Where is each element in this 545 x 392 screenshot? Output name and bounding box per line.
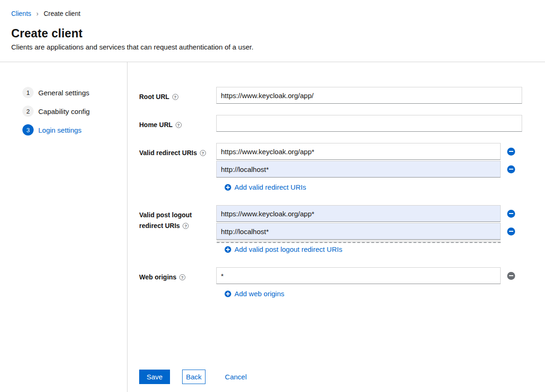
remove-redirect-uri-button[interactable]: [507, 165, 515, 173]
remove-web-origin-button[interactable]: [507, 272, 515, 280]
redirect-uri-row: [216, 161, 522, 178]
remove-post-logout-uri-button[interactable]: [507, 210, 515, 218]
valid-post-logout-input-col: Add valid post logout redirect URIs: [216, 205, 522, 253]
plus-circle-icon: [225, 184, 231, 191]
breadcrumb-current: Create client: [43, 10, 80, 17]
wizard-nav: 1 General settings 2 Capability config 3…: [0, 62, 127, 392]
save-button[interactable]: Save: [139, 370, 170, 384]
help-icon[interactable]: ?: [172, 94, 178, 100]
add-web-origins-label: Add web origins: [234, 290, 284, 298]
breadcrumb: Clients › Create client: [0, 0, 545, 17]
back-button[interactable]: Back: [182, 370, 205, 384]
step-label: Login settings: [38, 126, 82, 134]
valid-redirect-uris-label-text: Valid redirect URIs: [139, 149, 197, 157]
help-icon[interactable]: ?: [200, 150, 206, 156]
valid-redirect-uris-label: Valid redirect URIs?: [139, 143, 216, 191]
home-url-input[interactable]: [216, 115, 522, 132]
valid-redirect-uri-input-1[interactable]: [216, 161, 501, 178]
add-redirect-uri-row: Add valid redirect URIs: [225, 183, 522, 191]
add-post-logout-uri-label: Add valid post logout redirect URIs: [234, 245, 342, 253]
valid-redirect-uri-input-0[interactable]: [216, 143, 501, 160]
root-url-input-col: [216, 87, 522, 104]
page-title: Create client: [11, 27, 534, 40]
web-origins-label-text: Web origins: [139, 273, 177, 281]
home-url-row: Home URL?: [139, 115, 522, 132]
step-label: General settings: [38, 89, 89, 97]
page-subtitle: Clients are applications and services th…: [11, 43, 534, 51]
plus-circle-icon: [225, 291, 231, 297]
step-number-badge: 1: [22, 87, 34, 98]
redirect-uri-row: [216, 143, 522, 160]
add-valid-post-logout-redirect-uri-link[interactable]: Add valid post logout redirect URIs: [225, 245, 342, 253]
web-origin-row: [216, 267, 522, 284]
step-label: Capability config: [38, 107, 90, 115]
wizard-step-login-settings[interactable]: 3 Login settings: [22, 124, 127, 135]
valid-redirect-uris-input-col: Add valid redirect URIs: [216, 143, 522, 191]
help-icon[interactable]: ?: [183, 223, 189, 229]
help-icon[interactable]: ?: [176, 122, 182, 128]
wizard-step-capability-config[interactable]: 2 Capability config: [22, 106, 127, 117]
cancel-button[interactable]: Cancel: [225, 370, 247, 384]
step-number-badge: 3: [22, 124, 34, 135]
post-logout-uri-row: [216, 223, 522, 240]
page-header: Create client Clients are applications a…: [0, 17, 545, 62]
post-logout-uri-row: [216, 205, 522, 222]
breadcrumb-separator-icon: ›: [36, 10, 39, 17]
web-origin-input-0[interactable]: [216, 267, 501, 284]
web-origins-group: Web origins? Add web origins: [139, 267, 522, 298]
plus-circle-icon: [225, 246, 231, 253]
login-settings-form: Root URL? Home URL? Valid redirect URIs?: [127, 62, 545, 392]
wizard-step-general-settings[interactable]: 1 General settings: [22, 87, 127, 98]
add-valid-redirect-uri-label: Add valid redirect URIs: [234, 183, 306, 191]
help-icon[interactable]: ?: [179, 274, 185, 280]
valid-post-logout-redirect-uris-group: Valid post logout redirect URIs? Add val…: [139, 205, 522, 253]
home-url-label-text: Home URL: [139, 121, 173, 128]
web-origins-label: Web origins?: [139, 267, 216, 298]
home-url-input-col: [216, 115, 522, 132]
add-web-origin-row: Add web origins: [225, 290, 522, 298]
root-url-label: Root URL?: [139, 87, 216, 104]
step-number-badge: 2: [22, 106, 34, 117]
add-valid-redirect-uri-link[interactable]: Add valid redirect URIs: [225, 183, 306, 191]
remove-post-logout-uri-button[interactable]: [507, 228, 515, 235]
valid-post-logout-redirect-uris-label: Valid post logout redirect URIs?: [139, 205, 216, 253]
home-url-label: Home URL?: [139, 115, 216, 132]
root-url-row: Root URL?: [139, 87, 522, 104]
add-web-origins-link[interactable]: Add web origins: [225, 290, 284, 298]
form-actions: Save Back Cancel: [139, 370, 522, 384]
root-url-label-text: Root URL: [139, 93, 170, 100]
root-url-input[interactable]: [216, 87, 522, 104]
valid-redirect-uris-group: Valid redirect URIs? Add valid redirect …: [139, 143, 522, 191]
autofill-dropdown-artifact: [217, 240, 501, 243]
post-logout-uri-input-1[interactable]: [216, 223, 501, 240]
breadcrumb-clients-link[interactable]: Clients: [11, 10, 31, 17]
web-origins-input-col: Add web origins: [216, 267, 522, 298]
add-post-logout-uri-row: Add valid post logout redirect URIs: [225, 245, 522, 253]
remove-redirect-uri-button[interactable]: [507, 148, 515, 156]
post-logout-uri-input-0[interactable]: [216, 205, 501, 222]
wizard-content: 1 General settings 2 Capability config 3…: [0, 62, 545, 392]
